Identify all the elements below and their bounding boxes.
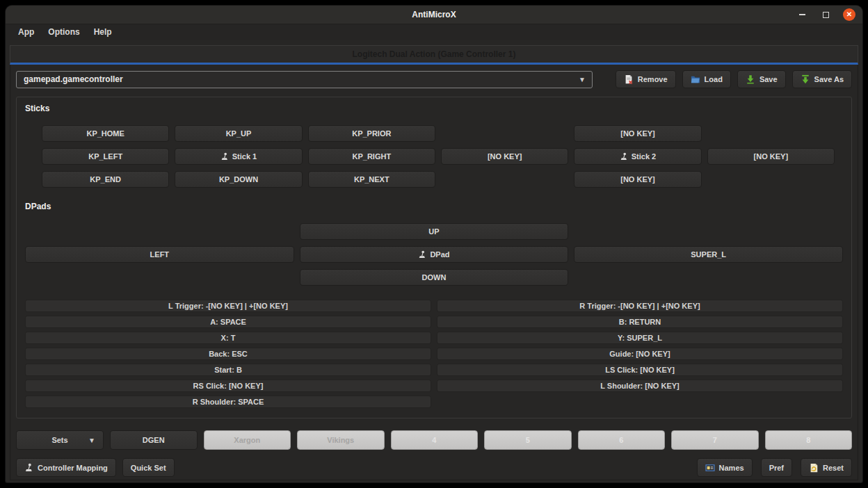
stick1-up-button[interactable]: KP_UP — [175, 125, 302, 142]
remove-button-label: Remove — [638, 75, 668, 83]
pref-button-label: Pref — [769, 464, 784, 472]
start-button[interactable]: Start: B — [25, 364, 431, 376]
window-title: AntiMicroX — [412, 10, 456, 19]
ls-click-button[interactable]: LS Click: [NO KEY] — [437, 364, 843, 376]
controller-mapping-button[interactable]: Controller Mapping — [16, 458, 116, 477]
pref-button[interactable]: Pref — [761, 458, 792, 477]
save-as-icon — [801, 74, 810, 84]
menu-help[interactable]: Help — [87, 26, 119, 38]
window-controls: ✕ — [796, 6, 855, 24]
assignments-right-column: R Trigger: -[NO KEY] | +[NO KEY] B: RETU… — [437, 300, 843, 392]
button-assignments: L Trigger: -[NO KEY] | +[NO KEY] A: SPAC… — [25, 300, 843, 408]
names-button[interactable]: Names — [697, 458, 753, 477]
menu-app[interactable]: App — [11, 26, 41, 38]
dpads-grid: UP LEFT DPad SUPER_L DOWN — [25, 223, 843, 286]
titlebar: AntiMicroX ✕ — [6, 6, 862, 24]
rs-click-button[interactable]: RS Click: [NO KEY] — [25, 380, 431, 392]
names-button-label: Names — [719, 464, 744, 472]
controller-mapping-label: Controller Mapping — [38, 464, 108, 472]
stick2-up-button[interactable]: [NO KEY] — [574, 125, 701, 142]
joystick-icon — [24, 463, 33, 472]
app-window: AntiMicroX ✕ App Options Help Logitech D… — [6, 6, 862, 482]
mappings-frame: Sticks KP_HOME KP_UP KP_PRIOR [NO KEY] K… — [16, 97, 852, 418]
menu-options[interactable]: Options — [41, 26, 86, 38]
tab-controller[interactable]: Logitech Dual Action (Game Controller 1) — [10, 45, 858, 65]
joystick-icon — [220, 152, 229, 161]
maximize-icon — [823, 12, 829, 18]
save-icon — [746, 74, 755, 84]
b-button[interactable]: B: RETURN — [437, 316, 843, 328]
minimize-button[interactable] — [796, 8, 808, 21]
dpad-up-button[interactable]: UP — [300, 223, 569, 240]
names-icon — [705, 463, 715, 473]
stick1-up-left-button[interactable]: KP_HOME — [42, 125, 169, 142]
set-tab-6[interactable]: 6 — [578, 430, 666, 450]
stick2-label: Stick 2 — [632, 152, 656, 161]
stick1-left-button[interactable]: KP_LEFT — [42, 148, 169, 165]
joystick-icon — [418, 250, 426, 259]
stick2-left-button[interactable]: [NO KEY] — [441, 148, 568, 165]
set-tab-5[interactable]: 5 — [484, 430, 572, 450]
save-button[interactable]: Save — [737, 70, 786, 88]
save-as-button[interactable]: Save As — [792, 70, 852, 88]
stick1-down-left-button[interactable]: KP_END — [42, 171, 169, 188]
set-tab-4[interactable]: 4 — [391, 430, 479, 450]
profile-select-value: gamepad.gamecontroller — [24, 74, 123, 84]
profile-select[interactable]: gamepad.gamecontroller ▼ — [16, 71, 593, 88]
stick1-label: Stick 1 — [232, 152, 257, 161]
controller-tab-label: Logitech Dual Action (Game Controller 1) — [353, 49, 516, 59]
close-icon: ✕ — [846, 11, 852, 18]
stick2-right-button[interactable]: [NO KEY] — [707, 148, 835, 165]
set-tab-3[interactable]: Vikings — [297, 430, 385, 450]
set-tab-2[interactable]: Xargon — [204, 430, 291, 450]
profile-row: gamepad.gamecontroller ▼ Remove L — [16, 70, 852, 88]
set-tab-1[interactable]: DGEN — [110, 430, 198, 450]
reset-icon — [809, 463, 819, 473]
stick1-right-button[interactable]: KP_RIGHT — [308, 148, 435, 165]
back-button[interactable]: Back: ESC — [25, 348, 431, 360]
x-button[interactable]: X: T — [25, 332, 431, 344]
stick1-button[interactable]: Stick 1 — [175, 148, 302, 165]
dpad-button[interactable]: DPad — [300, 246, 569, 263]
a-button[interactable]: A: SPACE — [25, 316, 431, 328]
stick1-down-button[interactable]: KP_DOWN — [175, 171, 302, 188]
stick2-button[interactable]: Stick 2 — [574, 148, 701, 165]
chevron-down-icon: ▼ — [88, 437, 95, 444]
assignments-left-column: L Trigger: -[NO KEY] | +[NO KEY] A: SPAC… — [25, 300, 431, 408]
joystick-icon — [620, 152, 628, 161]
sets-dropdown-label: Sets — [51, 436, 67, 444]
remove-button[interactable]: Remove — [616, 70, 676, 88]
reset-button-label: Reset — [823, 464, 844, 472]
sticks-grid: KP_HOME KP_UP KP_PRIOR [NO KEY] KP_LEFT … — [25, 125, 843, 188]
l-shoulder-button[interactable]: L Shoulder: [NO KEY] — [437, 380, 843, 392]
sets-row: Sets ▼ DGEN Xargon Vikings 4 5 6 7 8 — [16, 430, 852, 450]
quick-set-label: Quick Set — [131, 464, 166, 472]
stick1-up-right-button[interactable]: KP_PRIOR — [308, 125, 435, 142]
reset-button[interactable]: Reset — [801, 458, 852, 477]
close-button[interactable]: ✕ — [843, 8, 855, 21]
r-trigger-button[interactable]: R Trigger: -[NO KEY] | +[NO KEY] — [437, 300, 843, 312]
set-tab-8[interactable]: 8 — [765, 430, 853, 450]
dpad-right-button[interactable]: SUPER_L — [574, 246, 843, 263]
dpad-down-button[interactable]: DOWN — [300, 269, 569, 286]
controller-pane: gamepad.gamecontroller ▼ Remove L — [10, 65, 858, 480]
menubar: App Options Help — [6, 24, 862, 40]
set-tab-7[interactable]: 7 — [671, 430, 759, 450]
save-button-label: Save — [760, 75, 778, 83]
guide-button[interactable]: Guide: [NO KEY] — [437, 348, 843, 360]
load-button[interactable]: Load — [682, 70, 731, 88]
stick1-down-right-button[interactable]: KP_NEXT — [308, 171, 435, 188]
load-button-label: Load — [705, 75, 723, 83]
dpad-left-button[interactable]: LEFT — [25, 246, 294, 263]
save-as-button-label: Save As — [814, 75, 844, 83]
maximize-button[interactable] — [819, 8, 832, 21]
sticks-section-label: Sticks — [25, 104, 843, 113]
dpads-section-label: DPads — [25, 202, 843, 211]
stick2-down-button[interactable]: [NO KEY] — [574, 171, 701, 188]
folder-open-icon — [691, 74, 700, 84]
sets-dropdown-button[interactable]: Sets ▼ — [16, 430, 104, 450]
r-shoulder-button[interactable]: R Shoulder: SPACE — [25, 396, 431, 408]
quick-set-button[interactable]: Quick Set — [122, 458, 175, 477]
l-trigger-button[interactable]: L Trigger: -[NO KEY] | +[NO KEY] — [25, 300, 431, 312]
y-button[interactable]: Y: SUPER_L — [437, 332, 843, 344]
